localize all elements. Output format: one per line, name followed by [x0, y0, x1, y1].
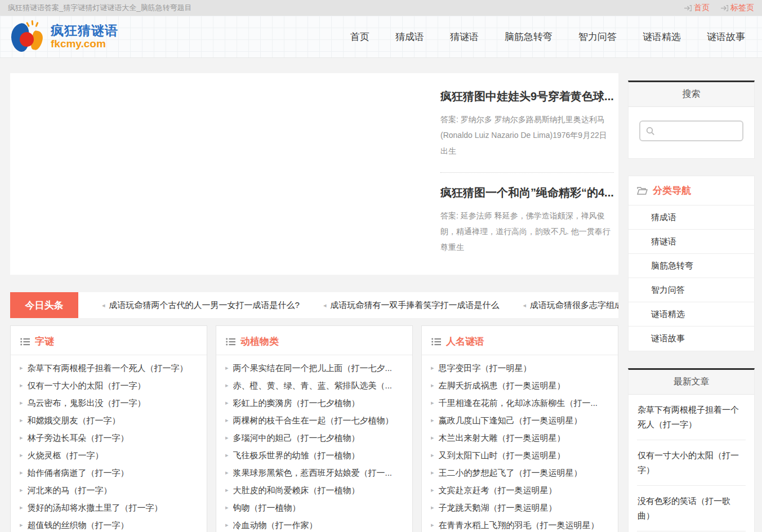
- nav-item-stories[interactable]: 谜语故事: [707, 30, 745, 43]
- headline-link[interactable]: ◂ 成语玩命猜有一双手捧着笑字打一成语是什么: [323, 300, 500, 311]
- list-item[interactable]: ▸赤、橙、黄、绿、青、蓝、紫排队选美（...: [225, 377, 403, 394]
- list-item[interactable]: ▸思字变田字（打一明星）: [431, 359, 609, 377]
- list-item[interactable]: ▸木兰出来射大雕（打一奥运明星）: [431, 429, 609, 446]
- list-item[interactable]: ▸大肚皮的和尚爱赖床（打一植物）: [225, 481, 403, 499]
- riddle-text: 和嫦娥交朋友（打一字）: [28, 412, 121, 429]
- list-item[interactable]: ▸和嫦娥交朋友（打一字）: [20, 412, 198, 429]
- list-item[interactable]: ▸两个果实结在同一个把儿上面（打一七夕...: [225, 359, 403, 377]
- riddle-text: 两棵树的枝干合生在一起（打一七夕植物）: [233, 412, 394, 429]
- search-input[interactable]: [659, 126, 737, 136]
- caret-right-icon: ▸: [20, 499, 23, 516]
- topbar-home-link[interactable]: 首页: [684, 3, 710, 13]
- sidebar-item-selected[interactable]: 谜语精选: [629, 302, 754, 327]
- caret-right-icon: ▸: [225, 446, 229, 464]
- sidebar-item-stories[interactable]: 谜语故事: [629, 327, 754, 351]
- riddle-text: 河北来的马（打一字）: [28, 481, 112, 499]
- list-item[interactable]: ▸仅有一寸大小的太阳（打一字）: [20, 377, 198, 394]
- topbar-home-label: 首页: [694, 3, 710, 13]
- list-item[interactable]: ▸杂草下有两根棍子担着一个死人（打一字）: [20, 359, 198, 377]
- caret-right-icon: ▸: [431, 412, 434, 429]
- caret-right-icon: ▸: [225, 499, 229, 516]
- featured-article-title[interactable]: 疯狂猜图一个和尚”绳命精彩“的4...: [440, 185, 614, 200]
- list-item[interactable]: ▸嬴政几度山下逢知己（打一奥运明星）: [431, 412, 609, 429]
- caret-right-icon: ▸: [431, 499, 434, 516]
- caret-right-icon: ▸: [225, 464, 229, 481]
- list-item[interactable]: ▸左脚夭折成祸患（打一奥运明星）: [431, 377, 609, 394]
- topbar-tags-link[interactable]: 标签页: [721, 3, 754, 13]
- caret-right-icon: ▸: [20, 516, 23, 532]
- sidebar-item-brainteasers[interactable]: 脑筋急转弯: [629, 254, 754, 278]
- list-item[interactable]: ▸钩吻（打一植物）: [225, 499, 403, 516]
- panel-header: 动植物类: [216, 326, 412, 355]
- nav-item-riddles[interactable]: 猜谜语: [450, 30, 479, 43]
- panel-title[interactable]: 人名谜语: [446, 335, 484, 348]
- riddle-text: 赤、橙、黄、绿、青、蓝、紫排队选美（...: [233, 377, 393, 394]
- caret-right-icon: ▸: [20, 429, 23, 446]
- list-item[interactable]: ▸王二小的梦想起飞了（打一奥运明星）: [431, 464, 609, 481]
- list-item[interactable]: ▸飞往极乐世界的幼雏（打一植物）: [225, 446, 403, 464]
- riddle-text: 木兰出来射大雕（打一奥运明星）: [439, 429, 565, 446]
- nav-item-selected[interactable]: 谜语精选: [643, 30, 681, 43]
- list-item[interactable]: ▸林子旁边长耳朵（打一字）: [20, 429, 198, 446]
- latest-article-link[interactable]: 仅有一寸大小的太阳（打一字）: [637, 440, 746, 486]
- riddle-text: 乌云密布，鬼影出没（打一字）: [28, 394, 146, 412]
- enter-arrow-icon: [684, 5, 692, 11]
- panel-title[interactable]: 动植物类: [240, 335, 279, 348]
- featured-article: 疯狂猜图中娃娃头9号穿着黄色球... 答案: 罗纳尔多 罗纳尔多路易斯纳扎里奥达…: [440, 77, 614, 172]
- riddle-text: 子龙跳天鹅湖（打一奥运明星）: [439, 499, 557, 516]
- caret-right-icon: ▸: [225, 394, 229, 412]
- caret-right-icon: ▸: [20, 464, 23, 481]
- caret-right-icon: ▸: [431, 516, 434, 532]
- site-logo[interactable]: 疯狂猜谜语 fkcmy.com: [10, 19, 118, 55]
- list-item[interactable]: ▸乌云密布，鬼影出没（打一字）: [20, 394, 198, 412]
- panel-word-riddles: 字谜 ▸杂草下有两根棍子担着一个死人（打一字） ▸仅有一寸大小的太阳（打一字） …: [10, 325, 207, 532]
- featured-article-title[interactable]: 疯狂猜图中娃娃头9号穿着黄色球...: [440, 89, 614, 104]
- headline-link[interactable]: ◂ 成语玩命猜很多志字组成: [523, 300, 618, 311]
- main-nav: 首页 猜成语 猜谜语 脑筋急转弯 智力问答 谜语精选 谜语故事: [350, 30, 750, 43]
- sidebar-item-quiz[interactable]: 智力问答: [629, 278, 754, 302]
- riddle-text: 冷血动物（打一作家）: [233, 516, 318, 532]
- list-item[interactable]: ▸两棵树的枝干合生在一起（打一七夕植物）: [225, 412, 403, 429]
- list-item[interactable]: ▸煲好的汤却将水撒土里了（打一字）: [20, 499, 198, 516]
- latest-article-link[interactable]: 没有色彩的笑话（打一歌曲）: [637, 486, 746, 531]
- riddle-text: 又到太阳下山时（打一奥运明星）: [439, 446, 565, 464]
- list-item[interactable]: ▸超值钱的丝织物（打一字）: [20, 516, 198, 532]
- list-item[interactable]: ▸彩虹上的窦漪房（打一七夕植物）: [225, 394, 403, 412]
- logo-title: 疯狂猜谜语: [51, 23, 118, 38]
- nav-item-quiz[interactable]: 智力问答: [578, 30, 617, 43]
- list-item[interactable]: ▸又到太阳下山时（打一奥运明星）: [431, 446, 609, 464]
- list-item[interactable]: ▸文宾赴京赶考（打一奥运明星）: [431, 481, 609, 499]
- latest-articles-list: 杂草下有两根棍子担着一个死人（打一字） 仅有一寸大小的太阳（打一字） 没有色彩的…: [629, 395, 754, 532]
- headline-text: 成语玩命猜有一双手捧着笑字打一成语是什么: [330, 300, 499, 311]
- list-item[interactable]: ▸火烧灵柩（打一字）: [20, 446, 198, 464]
- headline-link[interactable]: ◂ 成语玩命猜两个古代的人一男一女打一成语是什么?: [102, 300, 300, 311]
- search-field[interactable]: [639, 120, 743, 141]
- hero-slider-placeholder[interactable]: [10, 73, 426, 275]
- panel-title[interactable]: 字谜: [35, 335, 54, 348]
- riddle-list: ▸杂草下有两根棍子担着一个死人（打一字） ▸仅有一寸大小的太阳（打一字） ▸乌云…: [11, 359, 207, 532]
- main-area: 疯狂猜图中娃娃头9号穿着黄色球... 答案: 罗纳尔多 罗纳尔多路易斯纳扎里奥达…: [0, 58, 762, 532]
- headlines-bar: 今日头条 ◂ 成语玩命猜两个古代的人一男一女打一成语是什么? ◂ 成语玩命猜有一…: [10, 292, 618, 318]
- headlines-badge: 今日头条: [10, 292, 78, 318]
- list-item[interactable]: ▸河北来的马（打一字）: [20, 481, 198, 499]
- category-panels: 字谜 ▸杂草下有两根棍子担着一个死人（打一字） ▸仅有一寸大小的太阳（打一字） …: [10, 325, 618, 532]
- list-item[interactable]: ▸多瑙河中的妲己（打一七夕植物）: [225, 429, 403, 446]
- sidebar-item-riddles[interactable]: 猜谜语: [629, 230, 754, 254]
- search-widget: 搜索: [628, 81, 755, 159]
- list-item[interactable]: ▸冷血动物（打一作家）: [225, 516, 403, 532]
- latest-article-link[interactable]: 杂草下有两根棍子担着一个死人（打一字）: [637, 395, 746, 440]
- list-item[interactable]: ▸千里相逢在花前，化却冰冻新柳生（打一...: [431, 394, 609, 412]
- nav-item-brainteasers[interactable]: 脑筋急转弯: [505, 30, 552, 43]
- list-item[interactable]: ▸浆果球形黑紫色，惹西班牙姑娘爱（打一...: [225, 464, 403, 481]
- sidebar-item-idioms[interactable]: 猜成语: [629, 205, 754, 230]
- list-item[interactable]: ▸始作俑者病逝了（打一字）: [20, 464, 198, 481]
- list-item[interactable]: ▸子龙跳天鹅湖（打一奥运明星）: [431, 499, 609, 516]
- topbar-tags-label: 标签页: [730, 3, 754, 13]
- list-item[interactable]: ▸在青青水稻上飞翔的羽毛（打一奥运明星）: [431, 516, 609, 532]
- riddle-list: ▸两个果实结在同一个把儿上面（打一七夕... ▸赤、橙、黄、绿、青、蓝、紫排队选…: [216, 359, 412, 532]
- latest-articles-widget: 最新文章 杂草下有两根棍子担着一个死人（打一字） 仅有一寸大小的太阳（打一字） …: [628, 368, 755, 532]
- nav-item-idioms[interactable]: 猜成语: [395, 30, 424, 43]
- riddle-text: 大肚皮的和尚爱赖床（打一植物）: [233, 481, 360, 499]
- nav-item-home[interactable]: 首页: [350, 30, 369, 43]
- caret-right-icon: ▸: [20, 377, 23, 394]
